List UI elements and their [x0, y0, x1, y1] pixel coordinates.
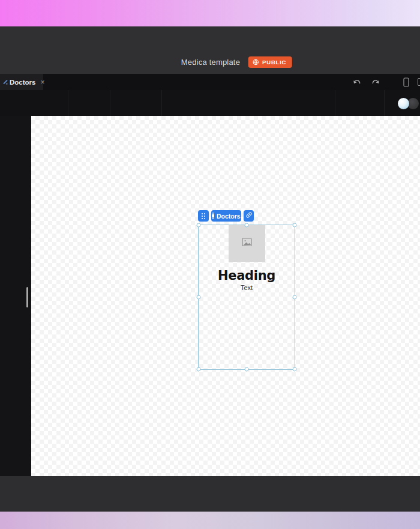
drag-handle-button[interactable] [198, 210, 209, 222]
clipped-toolbar-icon [418, 78, 420, 86]
component-button[interactable]: Doctors [211, 210, 241, 222]
resize-handle-top-middle[interactable] [245, 223, 249, 228]
tab-bar: Doctors × [0, 74, 420, 90]
collaborator-avatars [398, 98, 419, 109]
document-title-group: Medica template PUBLIC [181, 56, 292, 68]
tab-bar-actions [352, 74, 420, 90]
light-avatar[interactable] [398, 98, 409, 109]
left-sidebar [0, 116, 31, 476]
sidebar-resize-handle[interactable] [26, 287, 28, 307]
undo-icon[interactable] [352, 77, 362, 88]
resize-handle-bottom-middle[interactable] [245, 367, 249, 372]
app-header: Medica template PUBLIC [0, 26, 420, 74]
strip-divider [68, 90, 68, 116]
card-heading[interactable]: Heading [199, 268, 295, 283]
link-button[interactable] [244, 210, 254, 222]
bottom-gradient-banner [0, 512, 420, 529]
strip-divider [384, 90, 385, 116]
selection-toolbar: Doctors [198, 210, 254, 222]
resize-handle-middle-right[interactable] [293, 295, 297, 300]
image-placeholder[interactable] [229, 225, 265, 262]
drag-handle-icon [202, 213, 205, 219]
editor-workspace: Doctors [0, 116, 420, 476]
component-diamond-icon [3, 80, 8, 85]
public-badge-label: PUBLIC [262, 59, 286, 65]
design-canvas[interactable]: Doctors [31, 116, 420, 476]
frame-icon [212, 213, 214, 219]
resize-handle-middle-left[interactable] [197, 295, 201, 300]
strip-divider [161, 90, 162, 116]
tab-close-icon[interactable]: × [40, 78, 44, 86]
phone-preview-icon[interactable] [401, 77, 412, 88]
card-component: Heading Text [199, 225, 295, 291]
resize-handle-bottom-right[interactable] [293, 367, 297, 372]
strip-divider [110, 90, 110, 116]
bottom-bar [0, 476, 420, 512]
image-placeholder-icon [242, 238, 252, 249]
tab-label: Doctors [10, 79, 35, 86]
top-gradient-banner [0, 0, 420, 26]
document-title: Medica template [181, 58, 240, 67]
redo-icon[interactable] [370, 77, 380, 88]
toolbar-strip [0, 90, 420, 116]
component-button-label: Doctors [217, 213, 241, 220]
card-text[interactable]: Text [199, 284, 295, 291]
tab-doctors[interactable]: Doctors × [0, 74, 43, 90]
link-icon [245, 211, 253, 220]
resize-handle-top-left[interactable] [197, 223, 201, 228]
resize-handle-top-right[interactable] [293, 223, 297, 228]
resize-handle-bottom-left[interactable] [197, 367, 201, 372]
public-badge[interactable]: PUBLIC [248, 56, 292, 68]
app-window: Medica template PUBLIC Doctors × [0, 0, 420, 529]
globe-icon [253, 59, 259, 65]
selected-element[interactable]: Heading Text [198, 225, 295, 370]
strip-divider [335, 90, 335, 116]
